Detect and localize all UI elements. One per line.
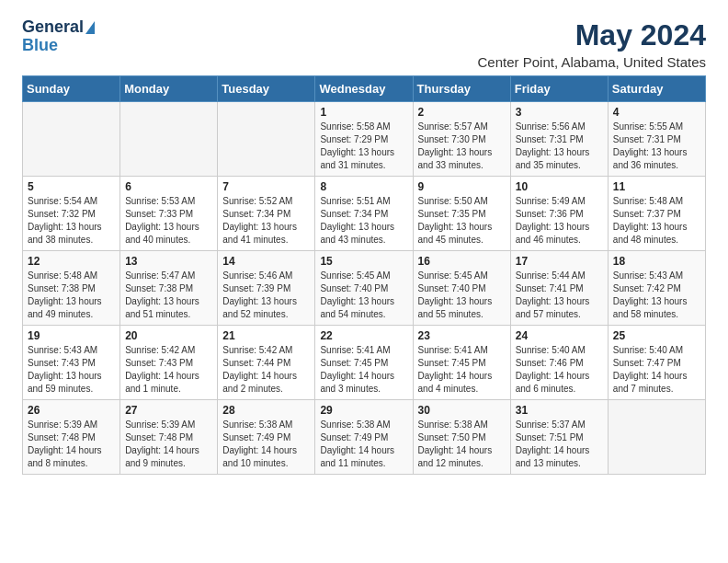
calendar-cell: 17Sunrise: 5:44 AM Sunset: 7:41 PM Dayli… bbox=[510, 251, 608, 326]
day-info: Sunrise: 5:48 AM Sunset: 7:38 PM Dayligh… bbox=[28, 270, 115, 321]
day-number: 4 bbox=[613, 106, 700, 119]
day-info: Sunrise: 5:55 AM Sunset: 7:31 PM Dayligh… bbox=[613, 121, 700, 172]
calendar-cell: 7Sunrise: 5:52 AM Sunset: 7:34 PM Daylig… bbox=[218, 177, 315, 251]
calendar-cell bbox=[23, 102, 120, 177]
calendar-cell: 31Sunrise: 5:37 AM Sunset: 7:51 PM Dayli… bbox=[510, 400, 608, 475]
day-info: Sunrise: 5:37 AM Sunset: 7:51 PM Dayligh… bbox=[516, 419, 603, 470]
day-number: 14 bbox=[222, 255, 310, 268]
day-number: 10 bbox=[516, 180, 603, 193]
day-number: 13 bbox=[125, 255, 212, 268]
day-number: 28 bbox=[222, 404, 310, 417]
weekday-header-tuesday: Tuesday bbox=[218, 76, 315, 102]
calendar-cell: 1Sunrise: 5:58 AM Sunset: 7:29 PM Daylig… bbox=[315, 102, 413, 177]
day-number: 9 bbox=[418, 180, 506, 193]
calendar-cell: 27Sunrise: 5:39 AM Sunset: 7:48 PM Dayli… bbox=[120, 400, 218, 475]
calendar-cell: 24Sunrise: 5:40 AM Sunset: 7:46 PM Dayli… bbox=[510, 326, 608, 400]
calendar-cell: 16Sunrise: 5:45 AM Sunset: 7:40 PM Dayli… bbox=[413, 251, 510, 326]
day-number: 18 bbox=[613, 255, 700, 268]
calendar-cell: 20Sunrise: 5:42 AM Sunset: 7:43 PM Dayli… bbox=[120, 326, 218, 400]
calendar-cell: 22Sunrise: 5:41 AM Sunset: 7:45 PM Dayli… bbox=[315, 326, 413, 400]
day-info: Sunrise: 5:38 AM Sunset: 7:49 PM Dayligh… bbox=[320, 419, 407, 470]
day-number: 6 bbox=[125, 180, 212, 193]
day-info: Sunrise: 5:49 AM Sunset: 7:36 PM Dayligh… bbox=[516, 195, 603, 247]
day-info: Sunrise: 5:39 AM Sunset: 7:48 PM Dayligh… bbox=[125, 419, 212, 470]
day-number: 17 bbox=[516, 255, 603, 268]
weekday-header-friday: Friday bbox=[510, 76, 608, 102]
day-number: 3 bbox=[516, 106, 603, 119]
day-info: Sunrise: 5:41 AM Sunset: 7:45 PM Dayligh… bbox=[418, 344, 506, 396]
day-number: 24 bbox=[516, 329, 603, 342]
logo-icon bbox=[85, 21, 95, 34]
calendar-cell: 5Sunrise: 5:54 AM Sunset: 7:32 PM Daylig… bbox=[23, 177, 120, 251]
day-number: 2 bbox=[418, 106, 506, 119]
calendar-cell: 12Sunrise: 5:48 AM Sunset: 7:38 PM Dayli… bbox=[23, 251, 120, 326]
day-number: 30 bbox=[418, 404, 506, 417]
calendar-cell: 23Sunrise: 5:41 AM Sunset: 7:45 PM Dayli… bbox=[413, 326, 510, 400]
calendar-cell: 14Sunrise: 5:46 AM Sunset: 7:39 PM Dayli… bbox=[218, 251, 315, 326]
calendar-table: SundayMondayTuesdayWednesdayThursdayFrid… bbox=[22, 75, 706, 475]
calendar-cell: 28Sunrise: 5:38 AM Sunset: 7:49 PM Dayli… bbox=[218, 400, 315, 475]
calendar-cell: 30Sunrise: 5:38 AM Sunset: 7:50 PM Dayli… bbox=[413, 400, 510, 475]
calendar-week-1: 1Sunrise: 5:58 AM Sunset: 7:29 PM Daylig… bbox=[23, 102, 706, 177]
day-number: 12 bbox=[28, 255, 115, 268]
calendar-week-4: 19Sunrise: 5:43 AM Sunset: 7:43 PM Dayli… bbox=[23, 326, 706, 400]
calendar-cell: 4Sunrise: 5:55 AM Sunset: 7:31 PM Daylig… bbox=[608, 102, 705, 177]
day-number: 21 bbox=[222, 329, 310, 342]
day-number: 5 bbox=[28, 180, 115, 193]
calendar-cell: 11Sunrise: 5:48 AM Sunset: 7:37 PM Dayli… bbox=[608, 177, 705, 251]
main-title: May 2024 bbox=[478, 18, 706, 52]
day-info: Sunrise: 5:38 AM Sunset: 7:49 PM Dayligh… bbox=[222, 419, 310, 470]
calendar-cell: 29Sunrise: 5:38 AM Sunset: 7:49 PM Dayli… bbox=[315, 400, 413, 475]
calendar-cell: 13Sunrise: 5:47 AM Sunset: 7:38 PM Dayli… bbox=[120, 251, 218, 326]
weekday-header-sunday: Sunday bbox=[23, 76, 120, 102]
calendar-cell: 19Sunrise: 5:43 AM Sunset: 7:43 PM Dayli… bbox=[23, 326, 120, 400]
day-number: 1 bbox=[320, 106, 407, 119]
day-info: Sunrise: 5:44 AM Sunset: 7:41 PM Dayligh… bbox=[516, 270, 603, 321]
day-info: Sunrise: 5:42 AM Sunset: 7:43 PM Dayligh… bbox=[125, 344, 212, 396]
day-number: 11 bbox=[613, 180, 700, 193]
day-info: Sunrise: 5:45 AM Sunset: 7:40 PM Dayligh… bbox=[418, 270, 506, 321]
day-info: Sunrise: 5:43 AM Sunset: 7:42 PM Dayligh… bbox=[613, 270, 700, 321]
day-info: Sunrise: 5:57 AM Sunset: 7:30 PM Dayligh… bbox=[418, 121, 506, 172]
day-number: 16 bbox=[418, 255, 506, 268]
logo: General Blue bbox=[22, 18, 95, 55]
day-info: Sunrise: 5:50 AM Sunset: 7:35 PM Dayligh… bbox=[418, 195, 506, 247]
calendar-cell: 21Sunrise: 5:42 AM Sunset: 7:44 PM Dayli… bbox=[218, 326, 315, 400]
day-info: Sunrise: 5:40 AM Sunset: 7:46 PM Dayligh… bbox=[516, 344, 603, 396]
calendar-cell: 15Sunrise: 5:45 AM Sunset: 7:40 PM Dayli… bbox=[315, 251, 413, 326]
calendar-cell bbox=[120, 102, 218, 177]
day-number: 27 bbox=[125, 404, 212, 417]
subtitle: Center Point, Alabama, United States bbox=[478, 54, 706, 70]
day-info: Sunrise: 5:41 AM Sunset: 7:45 PM Dayligh… bbox=[320, 344, 407, 396]
weekday-header-row: SundayMondayTuesdayWednesdayThursdayFrid… bbox=[23, 76, 706, 102]
day-info: Sunrise: 5:38 AM Sunset: 7:50 PM Dayligh… bbox=[418, 419, 506, 470]
day-number: 20 bbox=[125, 329, 212, 342]
day-info: Sunrise: 5:40 AM Sunset: 7:47 PM Dayligh… bbox=[613, 344, 700, 396]
weekday-header-wednesday: Wednesday bbox=[315, 76, 413, 102]
weekday-header-thursday: Thursday bbox=[413, 76, 510, 102]
calendar-cell: 26Sunrise: 5:39 AM Sunset: 7:48 PM Dayli… bbox=[23, 400, 120, 475]
day-info: Sunrise: 5:52 AM Sunset: 7:34 PM Dayligh… bbox=[222, 195, 310, 247]
day-number: 26 bbox=[28, 404, 115, 417]
day-info: Sunrise: 5:56 AM Sunset: 7:31 PM Dayligh… bbox=[516, 121, 603, 172]
calendar-cell: 3Sunrise: 5:56 AM Sunset: 7:31 PM Daylig… bbox=[510, 102, 608, 177]
calendar-week-2: 5Sunrise: 5:54 AM Sunset: 7:32 PM Daylig… bbox=[23, 177, 706, 251]
day-number: 7 bbox=[222, 180, 310, 193]
day-info: Sunrise: 5:48 AM Sunset: 7:37 PM Dayligh… bbox=[613, 195, 700, 247]
day-info: Sunrise: 5:39 AM Sunset: 7:48 PM Dayligh… bbox=[28, 419, 115, 470]
logo-blue-text: Blue bbox=[22, 37, 58, 55]
calendar-cell bbox=[218, 102, 315, 177]
weekday-header-monday: Monday bbox=[120, 76, 218, 102]
day-info: Sunrise: 5:43 AM Sunset: 7:43 PM Dayligh… bbox=[28, 344, 115, 396]
calendar-week-3: 12Sunrise: 5:48 AM Sunset: 7:38 PM Dayli… bbox=[23, 251, 706, 326]
day-number: 19 bbox=[28, 329, 115, 342]
day-info: Sunrise: 5:51 AM Sunset: 7:34 PM Dayligh… bbox=[320, 195, 407, 247]
weekday-header-saturday: Saturday bbox=[608, 76, 705, 102]
calendar-cell: 25Sunrise: 5:40 AM Sunset: 7:47 PM Dayli… bbox=[608, 326, 705, 400]
day-number: 25 bbox=[613, 329, 700, 342]
logo-general-text: General bbox=[22, 18, 84, 37]
page-header: General Blue May 2024 Center Point, Alab… bbox=[22, 18, 706, 70]
calendar-cell: 6Sunrise: 5:53 AM Sunset: 7:33 PM Daylig… bbox=[120, 177, 218, 251]
day-number: 8 bbox=[320, 180, 407, 193]
calendar-cell: 2Sunrise: 5:57 AM Sunset: 7:30 PM Daylig… bbox=[413, 102, 510, 177]
